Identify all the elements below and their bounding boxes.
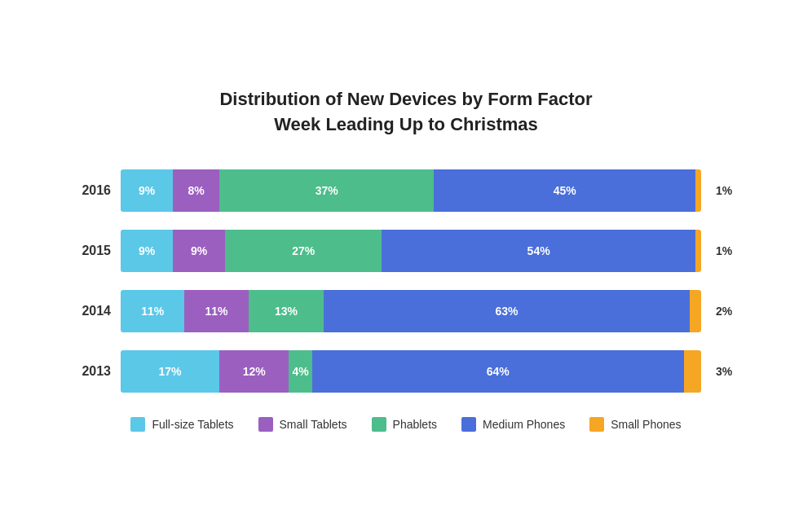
bar-year-2013: 2013 [72, 364, 111, 379]
title-line1: Distribution of New Devices by Form Fact… [72, 87, 740, 112]
title-line2: Week Leading Up to Christmas [72, 112, 740, 138]
bar-segment-medium-2014: 63% [324, 290, 690, 332]
bar-remainder-2013: 3% [711, 365, 740, 378]
bar-track-2013: 17%12%4%64% [121, 350, 701, 393]
bar-segment-smalltab-2015: 9% [173, 230, 225, 272]
bar-year-2014: 2014 [72, 304, 111, 318]
bar-remainder-2014: 2% [711, 305, 740, 318]
bar-segment-phablet-2015: 27% [225, 230, 382, 272]
bar-track-2015: 9%9%27%54% [121, 230, 701, 272]
legend-swatch-small-phones [589, 417, 604, 432]
legend-item-small-phones: Small Phones [589, 417, 681, 432]
bar-remainder-2016: 1% [711, 184, 740, 197]
bar-segment-fullsize-2015: 9% [121, 230, 173, 272]
bar-track-2014: 11%11%13%63% [121, 290, 701, 332]
bar-year-2015: 2015 [72, 244, 111, 258]
bar-row-2014: 201411%11%13%63%2% [72, 290, 740, 332]
legend-swatch-phablets [372, 417, 386, 432]
bar-segment-smallph-2015 [695, 230, 701, 272]
legend-label-small-phones: Small Phones [611, 418, 681, 431]
chart-container: Distribution of New Devices by Form Fact… [39, 71, 773, 457]
legend: Full-size TabletsSmall TabletsPhabletsMe… [72, 417, 740, 432]
legend-item-medium-phones: Medium Phones [461, 417, 565, 432]
bar-segment-phablet-2014: 13% [249, 290, 324, 332]
bar-segment-smallph-2014 [690, 290, 701, 332]
legend-item-phablets: Phablets [372, 417, 437, 432]
bar-segment-medium-2013: 64% [312, 350, 684, 393]
legend-label-small-tablets: Small Tablets [280, 418, 347, 431]
legend-swatch-medium-phones [461, 417, 476, 432]
legend-item-fullsize-tablets: Full-size Tablets [130, 417, 233, 432]
legend-item-small-tablets: Small Tablets [258, 417, 347, 432]
bar-year-2016: 2016 [72, 183, 111, 198]
legend-label-phablets: Phablets [393, 418, 437, 431]
bar-segment-fullsize-2016: 9% [121, 169, 173, 212]
bar-remainder-2015: 1% [711, 244, 740, 257]
bar-row-2013: 201317%12%4%64%3% [72, 350, 740, 393]
bar-segment-medium-2016: 45% [434, 169, 695, 212]
bar-segment-fullsize-2014: 11% [121, 290, 184, 332]
legend-swatch-small-tablets [258, 417, 273, 432]
legend-label-fullsize-tablets: Full-size Tablets [152, 418, 233, 431]
bar-segment-medium-2015: 54% [382, 230, 695, 272]
legend-label-medium-phones: Medium Phones [483, 418, 565, 431]
bar-row-2016: 20169%8%37%45%1% [72, 169, 740, 212]
bar-track-2016: 9%8%37%45% [121, 169, 701, 212]
bar-segment-smalltab-2014: 11% [184, 290, 248, 332]
bar-segment-smalltab-2016: 8% [173, 169, 219, 212]
bar-segment-smallph-2016 [695, 169, 701, 212]
bar-segment-smalltab-2013: 12% [219, 350, 289, 393]
bar-row-2015: 20159%9%27%54%1% [72, 230, 740, 272]
bars-section: 20169%8%37%45%1%20159%9%27%54%1%201411%1… [72, 169, 740, 393]
chart-title: Distribution of New Devices by Form Fact… [72, 87, 740, 138]
bar-segment-phablet-2016: 37% [219, 169, 434, 212]
bar-segment-fullsize-2013: 17% [121, 350, 219, 393]
legend-swatch-fullsize-tablets [130, 417, 145, 432]
bar-segment-smallph-2013 [684, 350, 701, 393]
bar-segment-phablet-2013: 4% [289, 350, 311, 393]
